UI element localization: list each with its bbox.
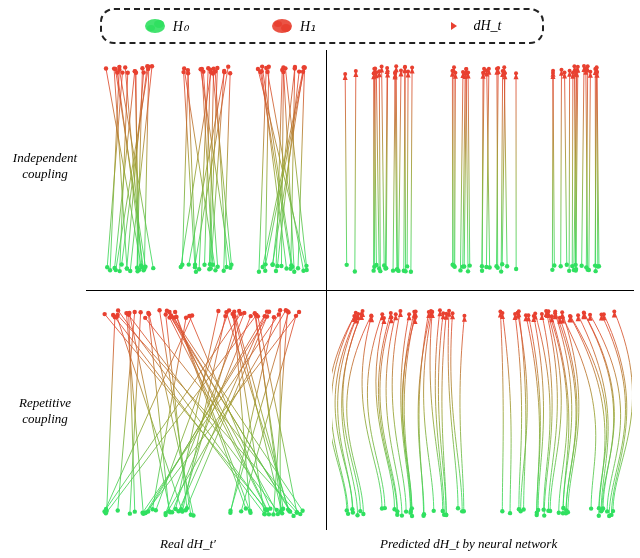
svg-point-35: [222, 269, 226, 273]
svg-point-431: [546, 309, 550, 313]
svg-point-136: [468, 263, 472, 267]
svg-point-278: [271, 512, 275, 516]
svg-point-342: [410, 514, 414, 518]
svg-point-200: [495, 67, 499, 71]
svg-point-381: [542, 513, 546, 517]
svg-point-24: [119, 262, 123, 266]
svg-point-115: [353, 269, 357, 273]
svg-point-210: [571, 71, 575, 75]
svg-point-258: [244, 506, 248, 510]
svg-point-186: [410, 65, 414, 69]
svg-point-300: [143, 316, 147, 320]
svg-point-88: [228, 71, 232, 75]
svg-point-167: [596, 264, 600, 268]
svg-point-272: [267, 512, 271, 516]
svg-point-311: [223, 314, 227, 318]
svg-point-83: [222, 69, 226, 73]
svg-point-22: [137, 268, 141, 272]
svg-point-42: [224, 265, 228, 269]
svg-point-60: [260, 265, 264, 269]
svg-point-445: [602, 312, 606, 316]
divider-horizontal: [86, 290, 634, 291]
svg-point-292: [167, 310, 171, 314]
svg-point-157: [565, 263, 569, 267]
svg-point-214: [574, 68, 578, 72]
svg-point-298: [167, 315, 171, 319]
svg-point-23: [139, 263, 143, 267]
svg-point-166: [574, 268, 578, 272]
svg-point-55: [257, 269, 261, 273]
svg-point-15: [105, 265, 109, 269]
svg-point-403: [394, 312, 398, 316]
svg-point-217: [584, 67, 588, 71]
svg-point-446: [612, 309, 616, 313]
row-label-repetitive: Repetitivecoupling: [4, 395, 86, 426]
svg-point-57: [292, 269, 296, 273]
panel-repetitive-predicted: [332, 296, 632, 530]
svg-point-98: [297, 69, 301, 73]
svg-point-376: [597, 514, 601, 518]
svg-point-189: [453, 71, 457, 75]
svg-point-13: [125, 266, 129, 270]
svg-point-138: [480, 264, 484, 268]
svg-point-146: [494, 264, 498, 268]
svg-point-305: [174, 315, 178, 319]
svg-point-96: [211, 67, 215, 71]
svg-point-37: [179, 265, 183, 269]
svg-point-29: [211, 262, 215, 266]
svg-point-165: [570, 264, 574, 268]
svg-point-427: [533, 311, 537, 315]
svg-point-382: [548, 509, 552, 513]
svg-point-27: [202, 263, 206, 267]
col-label-real-prefix: Real: [160, 536, 187, 551]
svg-point-53: [284, 266, 288, 270]
svg-point-237: [191, 513, 195, 517]
svg-point-443: [588, 313, 592, 317]
svg-point-71: [133, 69, 137, 73]
col-label-pred-suffix: by neural network: [459, 536, 557, 551]
svg-point-236: [116, 508, 120, 512]
svg-point-257: [262, 512, 266, 516]
svg-point-269: [274, 508, 278, 512]
svg-point-122: [391, 268, 395, 272]
svg-point-380: [500, 509, 504, 513]
svg-point-170: [354, 69, 358, 73]
svg-point-396: [361, 309, 365, 313]
svg-point-315: [278, 308, 282, 312]
svg-point-110: [293, 66, 297, 70]
svg-point-72: [141, 70, 145, 74]
svg-point-266: [239, 509, 243, 513]
svg-point-178: [386, 69, 390, 73]
svg-point-331: [284, 308, 288, 312]
svg-point-417: [451, 311, 455, 315]
svg-point-222: [595, 70, 599, 74]
legend-h0: H₀: [143, 17, 189, 35]
svg-point-163: [550, 268, 554, 272]
svg-point-232: [173, 507, 177, 511]
svg-point-207: [559, 68, 563, 72]
svg-point-296: [113, 315, 117, 319]
svg-point-379: [535, 510, 539, 514]
svg-point-129: [405, 264, 409, 268]
svg-point-423: [517, 309, 521, 313]
svg-point-407: [413, 316, 417, 320]
svg-point-404: [398, 309, 402, 313]
svg-point-128: [372, 264, 376, 268]
svg-point-59: [270, 262, 274, 266]
svg-point-425: [526, 313, 530, 317]
svg-point-357: [400, 513, 404, 517]
svg-point-168: [587, 268, 591, 272]
legend-dht: dH_t: [397, 18, 501, 34]
svg-point-188: [452, 65, 456, 69]
svg-point-142: [458, 268, 462, 272]
svg-point-261: [291, 514, 295, 518]
svg-point-399: [380, 312, 384, 316]
svg-point-40: [187, 262, 191, 266]
svg-point-185: [406, 69, 410, 73]
col-label-pred-sym: dH_t: [433, 536, 459, 551]
svg-point-113: [259, 69, 263, 73]
svg-point-177: [385, 66, 389, 70]
svg-point-133: [480, 269, 484, 273]
svg-point-194: [466, 70, 470, 74]
svg-point-95: [198, 67, 202, 71]
